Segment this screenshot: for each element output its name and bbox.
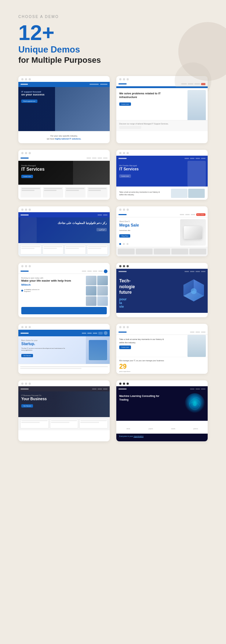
card-dots-9 (18, 324, 110, 330)
card11-cta[interactable]: Get Started (21, 404, 33, 408)
nav-element (185, 158, 189, 159)
demo-card-4[interactable]: We Flexible Managed IT Services Learn mo… (116, 150, 208, 200)
dot (119, 152, 121, 154)
demo-card-9[interactable]: Best choice for your Startup. The fast I… (18, 324, 110, 374)
nav-element (196, 388, 200, 390)
dot (29, 78, 31, 80)
card8-text: Tech-nologiefuture pourlavie (116, 274, 208, 313)
nav-element (87, 158, 91, 159)
headline-number: 12+ (18, 21, 208, 44)
nav-element (98, 271, 103, 272)
footer-line (20, 366, 108, 367)
card11-footer-item (79, 419, 108, 428)
card5-footer-item (65, 245, 86, 254)
dot (25, 383, 27, 385)
dot (123, 209, 125, 211)
card1-preview: IT support focused on your success Book … (18, 87, 110, 131)
card10-cta[interactable]: Learn more (119, 345, 131, 349)
card10-stats: We manage your IT, so you can manage you… (116, 357, 208, 374)
footer-line (51, 422, 69, 423)
demo-card-5[interactable]: ركز دعم تكنولوجيا المعلومات على نجاحك اق… (18, 206, 110, 256)
card10-number-label: years experience (119, 370, 205, 372)
card9-cta[interactable]: Get Started (21, 354, 33, 357)
dot (119, 265, 121, 267)
nav-element (21, 388, 29, 390)
card6-dots (119, 243, 128, 245)
card3-navbar (18, 156, 110, 161)
slider-dot (123, 243, 125, 245)
card4-hero: We Flexible Managed IT Services Learn mo… (116, 161, 208, 187)
choose-label: CHOOSE A DEMO (18, 15, 208, 19)
demo-card-6[interactable]: Best Seller Xboct One S Mega Sale Limite… (116, 206, 208, 256)
footer-icon (171, 249, 188, 254)
person-thumb (97, 286, 108, 296)
dot (119, 209, 121, 211)
nav-element (119, 332, 127, 333)
person-thumb (97, 296, 108, 306)
card11-hero: IT Business Focused On Your Business Get… (18, 391, 110, 417)
card10-navbar (116, 330, 208, 335)
dot (119, 78, 121, 80)
footer-line (80, 422, 99, 423)
person-thumb (97, 276, 108, 285)
card5-cta[interactable]: اقرأ المزيد (96, 228, 107, 231)
card3-cta[interactable]: Learn more (21, 175, 33, 178)
card1-cta[interactable]: Book appointment (21, 100, 37, 103)
stat-num: 611 (140, 426, 161, 428)
demo-card-1[interactable]: IT support focused on your success Book … (18, 76, 110, 144)
card2-title: We solve problems related to IT infrastr… (119, 92, 166, 100)
dot (25, 78, 27, 80)
dot (29, 265, 31, 267)
demo-card-3[interactable]: Flexible Managed IT Services Learn more (18, 150, 110, 200)
nav-search (98, 332, 103, 334)
footer-icon (189, 249, 206, 254)
card5-footer (18, 243, 110, 256)
footer-line (21, 246, 40, 247)
card11-footer-item (50, 419, 79, 428)
demo-card-11[interactable]: IT Business Focused On Your Business Get… (18, 380, 110, 441)
nav-element (103, 158, 107, 159)
card-dots-1 (18, 76, 110, 82)
nav-element (190, 332, 194, 333)
nav-element (201, 388, 205, 390)
nav-element (196, 332, 200, 333)
card9-desc: The fast IT services environment develop… (21, 347, 68, 351)
footer-icon (136, 249, 153, 254)
card5-footer-item (43, 245, 64, 254)
dot (123, 265, 125, 267)
card1-text: IT support focused on your success Book … (18, 87, 110, 107)
footer-line (21, 248, 34, 249)
card12-bottom-text: Everyone in your organization (119, 435, 205, 437)
demo-card-12[interactable]: Machine Learning Consulting for Trading … (116, 380, 208, 441)
slider-dot (127, 243, 128, 245)
card2-cta[interactable]: Learn more (119, 102, 131, 106)
nav-avatar (104, 269, 107, 273)
card12-bottom: Everyone in your organization (116, 434, 208, 441)
card7-cta-bar[interactable] (21, 307, 107, 314)
nav-element (98, 214, 102, 216)
nav-element (21, 333, 29, 334)
demo-card-10[interactable]: Take a look at some key moments in our h… (116, 324, 208, 374)
dot (21, 78, 23, 80)
card10-number: 29 (119, 363, 205, 370)
nav-element (21, 84, 28, 85)
card6-cta[interactable]: Shop Now (119, 234, 130, 238)
card10-person (187, 335, 206, 357)
card5-footer-item (87, 245, 108, 254)
card10-title: Take a look at some key moments in our h… (119, 338, 166, 344)
feature-dot (21, 290, 23, 292)
nav-element (201, 271, 205, 272)
nav-element (21, 214, 29, 216)
demo-grid: IT support focused on your success Book … (18, 76, 208, 442)
card7-navbar (18, 269, 110, 274)
demo-card-8[interactable]: Tech-nologiefuture pourlavie (116, 263, 208, 317)
stat-num: 243 (163, 426, 184, 428)
nav-element (82, 271, 86, 272)
card6-footer (116, 247, 208, 256)
nav-element (21, 158, 29, 159)
demo-card-7[interactable]: Booking to open today with Make your lif… (18, 263, 110, 317)
card4-cta[interactable]: Learn more (119, 174, 131, 178)
footer-line (20, 368, 81, 369)
footer-text2: within the industry. (119, 193, 170, 196)
card1-link: highly-tailored IT solutions. (55, 138, 81, 140)
